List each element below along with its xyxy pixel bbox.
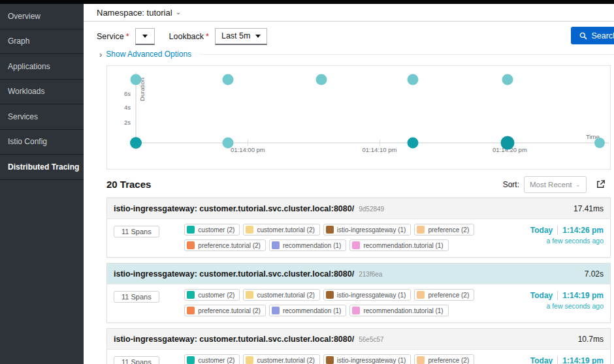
- y-axis-tick-label: 6s: [118, 90, 131, 97]
- trace-card[interactable]: istio-ingressgateway: customer.tutorial.…: [106, 328, 611, 364]
- sidebar-item-label: Services: [8, 112, 38, 121]
- show-advanced-options-link[interactable]: › Show Advanced Options: [99, 48, 614, 60]
- spans-count-badge: 11 Spans: [114, 226, 159, 237]
- sidebar-item-applications[interactable]: Applications: [0, 54, 84, 80]
- namespace-bar: Namespace: tutorial ⌄: [84, 4, 614, 22]
- sidebar-item-istio-config[interactable]: Istio Config: [0, 130, 84, 155]
- trace-duration: 7.02s: [585, 264, 604, 284]
- service-tag: preference (2): [414, 354, 474, 364]
- service-tags: customer (2) customer.tutorial (2) istio…: [159, 289, 522, 316]
- service-color-swatch: [246, 226, 253, 234]
- service-tag: preference.tutorial (2): [184, 305, 266, 316]
- service-tag: recommendation.tutorial (1): [349, 239, 448, 251]
- trace-scatter-point[interactable]: [223, 74, 234, 85]
- namespace-label: Namespace: tutorial: [97, 8, 172, 18]
- service-tag-label: customer.tutorial (2): [257, 292, 314, 299]
- service-tag: istio-ingressgateway (1): [323, 354, 412, 364]
- trace-day: Today: [530, 226, 553, 235]
- trace-card-header[interactable]: istio-ingressgateway: customer.tutorial.…: [107, 198, 610, 219]
- service-label: Service*: [97, 32, 129, 41]
- service-tag-list: customer (2) customer.tutorial (2) istio…: [184, 224, 496, 251]
- sidebar-item-overview[interactable]: Overview: [0, 4, 84, 29]
- service-tag: customer.tutorial (2): [243, 289, 319, 301]
- content-area: Duration Time 6s4s2s01:14:00 pm01:14:10 …: [84, 60, 614, 364]
- trace-title: istio-ingressgateway: customer.tutorial.…: [114, 198, 354, 219]
- service-color-swatch: [417, 226, 425, 234]
- service-tag: preference.tutorial (2): [184, 239, 266, 251]
- service-tag-list: customer (2) customer.tutorial (2) istio…: [184, 289, 496, 316]
- trace-card[interactable]: istio-ingressgateway: customer.tutorial.…: [106, 198, 611, 258]
- x-axis-line: [136, 142, 609, 144]
- trace-card-header[interactable]: istio-ingressgateway: customer.tutorial.…: [107, 329, 610, 350]
- sidebar-item-workloads[interactable]: Workloads: [0, 80, 84, 105]
- service-color-swatch: [352, 241, 360, 249]
- required-marker: *: [126, 32, 129, 41]
- service-color-swatch: [352, 307, 360, 314]
- service-tag: customer (2): [184, 289, 240, 301]
- trace-search-toolbar: Service* Lookback* Last 5m Search: [84, 22, 614, 45]
- service-tag-label: recommendation (1): [283, 242, 341, 249]
- trace-scatter-point[interactable]: [408, 138, 419, 149]
- trace-card-body: 11 Spans customer (2) customer.tutorial …: [107, 350, 610, 364]
- lookback-select[interactable]: Last 5m: [215, 28, 267, 45]
- trace-date-block: Today1:14:26 pm a few seconds ago: [522, 226, 604, 251]
- trace-time: 1:14:19 pm: [557, 356, 604, 364]
- trace-id: 56e5c57: [359, 329, 383, 350]
- service-tag: recommendation (1): [269, 305, 346, 316]
- trace-scatter-point[interactable]: [594, 138, 605, 148]
- chevron-right-icon: ›: [99, 50, 102, 59]
- trace-card-body: 11 Spans customer (2) customer.tutorial …: [107, 284, 610, 322]
- service-color-swatch: [272, 241, 280, 249]
- service-color-swatch: [417, 291, 425, 299]
- chevron-down-icon: ⌄: [176, 9, 181, 16]
- search-button[interactable]: Search: [571, 27, 614, 44]
- service-tag: istio-ingressgateway (1): [323, 289, 412, 301]
- service-tag: customer.tutorial (2): [243, 354, 319, 364]
- trace-scatter-point[interactable]: [130, 137, 142, 149]
- sidebar-item-graph[interactable]: Graph: [0, 29, 84, 55]
- sidebar-item-label: Overview: [8, 12, 40, 21]
- trace-card[interactable]: istio-ingressgateway: customer.tutorial.…: [106, 263, 611, 323]
- service-color-swatch: [326, 291, 334, 299]
- trace-scatter-point[interactable]: [500, 136, 514, 150]
- trace-duration-scatter-chart: Duration Time 6s4s2s01:14:00 pm01:14:10 …: [106, 65, 611, 170]
- sort-select[interactable]: Most Recent ⌄: [524, 176, 587, 193]
- x-axis-tick: [380, 140, 380, 146]
- trace-title: istio-ingressgateway: customer.tutorial.…: [114, 264, 354, 284]
- service-select[interactable]: [135, 28, 155, 45]
- trace-day: Today: [530, 291, 553, 300]
- service-tag-label: istio-ingressgateway (1): [337, 226, 406, 234]
- advanced-options-label: Show Advanced Options: [106, 50, 191, 59]
- service-tag-label: customer (2): [198, 292, 234, 299]
- trace-card-header[interactable]: istio-ingressgateway: customer.tutorial.…: [107, 264, 610, 284]
- sidebar-item-services[interactable]: Services: [0, 104, 84, 130]
- service-tag: preference (2): [414, 224, 474, 235]
- service-tag-label: customer.tutorial (2): [257, 357, 314, 364]
- external-link-icon[interactable]: [596, 179, 606, 189]
- sidebar-nav: Overview Graph Applications Workloads Se…: [0, 4, 84, 364]
- service-tag-label: recommendation (1): [283, 307, 341, 314]
- required-marker: *: [206, 32, 209, 41]
- service-color-swatch: [187, 291, 195, 299]
- trace-scatter-point[interactable]: [315, 74, 327, 85]
- traces-count-heading: 20 Traces: [106, 179, 503, 190]
- service-tag-label: preference (2): [428, 357, 469, 364]
- service-tag: preference (2): [414, 289, 474, 301]
- service-color-swatch: [326, 356, 334, 364]
- trace-day: Today: [530, 356, 553, 364]
- trace-scatter-point[interactable]: [131, 74, 142, 85]
- trace-scatter-point[interactable]: [223, 138, 234, 149]
- service-color-swatch: [272, 307, 280, 314]
- service-tag-list: customer (2) customer.tutorial (2) istio…: [184, 354, 496, 364]
- sidebar-item-distributed-tracing[interactable]: Distributed Tracing: [0, 155, 84, 180]
- service-tag-label: istio-ingressgateway (1): [337, 357, 406, 364]
- lookback-value: Last 5m: [221, 31, 250, 40]
- sidebar-item-label: Workloads: [8, 87, 44, 96]
- caret-down-icon: [142, 35, 148, 38]
- trace-scatter-point[interactable]: [502, 74, 513, 85]
- service-color-swatch: [246, 356, 253, 364]
- service-color-swatch: [187, 241, 195, 249]
- namespace-dropdown[interactable]: Namespace: tutorial ⌄: [97, 8, 181, 18]
- trace-duration: 17.41ms: [574, 198, 604, 219]
- trace-scatter-point[interactable]: [408, 74, 419, 85]
